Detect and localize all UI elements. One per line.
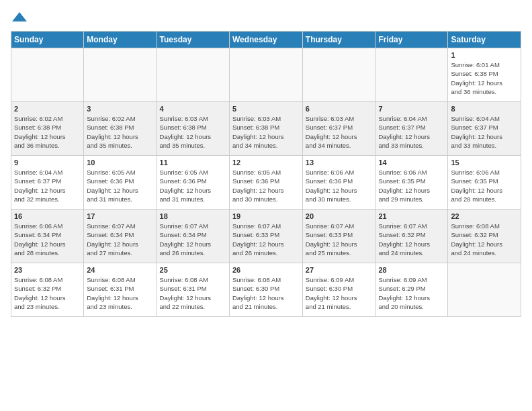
day-number: 17 [87,212,153,220]
day-number: 14 [378,158,445,167]
day-number: 20 [306,212,373,220]
calendar-cell: 4Sunrise: 6:03 AM Sunset: 6:38 PM Daylig… [157,102,229,156]
day-info: Sunrise: 6:08 AM Sunset: 6:32 PM Dayligh… [451,222,518,257]
calendar-cell: 8Sunrise: 6:04 AM Sunset: 6:37 PM Daylig… [448,102,521,156]
day-number: 22 [451,212,518,220]
day-info: Sunrise: 6:05 AM Sunset: 6:36 PM Dayligh… [232,168,300,203]
day-number: 27 [306,266,373,274]
day-info: Sunrise: 6:06 AM Sunset: 6:36 PM Dayligh… [306,168,373,203]
day-info: Sunrise: 6:08 AM Sunset: 6:31 PM Dayligh… [160,275,226,311]
day-number: 16 [14,212,81,220]
day-info: Sunrise: 6:04 AM Sunset: 6:37 PM Dayligh… [451,114,518,150]
calendar-cell: 20Sunrise: 6:07 AM Sunset: 6:33 PM Dayli… [302,210,375,263]
weekday-header-friday: Friday [375,32,448,48]
calendar-cell: 2Sunrise: 6:02 AM Sunset: 6:38 PM Daylig… [11,102,84,156]
calendar-cell [302,48,375,102]
day-info: Sunrise: 6:09 AM Sunset: 6:29 PM Dayligh… [378,275,445,311]
calendar-cell: 22Sunrise: 6:08 AM Sunset: 6:32 PM Dayli… [448,210,521,263]
day-number: 7 [378,105,445,113]
calendar-cell [11,48,84,102]
calendar-cell: 15Sunrise: 6:06 AM Sunset: 6:35 PM Dayli… [448,156,521,210]
calendar-cell: 1Sunrise: 6:01 AM Sunset: 6:38 PM Daylig… [448,48,521,102]
calendar-cell: 12Sunrise: 6:05 AM Sunset: 6:36 PM Dayli… [229,156,302,210]
day-number: 26 [232,266,300,274]
weekday-header-wednesday: Wednesday [229,32,302,48]
day-number: 13 [306,158,373,167]
weekday-header-saturday: Saturday [448,32,521,48]
day-info: Sunrise: 6:07 AM Sunset: 6:34 PM Dayligh… [160,222,226,257]
day-number: 18 [160,212,226,220]
day-info: Sunrise: 6:09 AM Sunset: 6:30 PM Dayligh… [306,275,373,311]
logo [11,11,27,23]
calendar-cell: 11Sunrise: 6:05 AM Sunset: 6:36 PM Dayli… [157,156,229,210]
day-number: 25 [160,266,226,274]
day-info: Sunrise: 6:07 AM Sunset: 6:33 PM Dayligh… [232,222,300,257]
day-info: Sunrise: 6:04 AM Sunset: 6:37 PM Dayligh… [14,168,81,203]
calendar-cell: 25Sunrise: 6:08 AM Sunset: 6:31 PM Dayli… [157,263,229,317]
day-number: 10 [87,158,153,167]
calendar-cell: 6Sunrise: 6:03 AM Sunset: 6:37 PM Daylig… [302,102,375,156]
calendar-cell: 27Sunrise: 6:09 AM Sunset: 6:30 PM Dayli… [302,263,375,317]
day-number: 12 [232,158,300,167]
calendar-cell [157,48,229,102]
day-info: Sunrise: 6:06 AM Sunset: 6:35 PM Dayligh… [451,168,518,203]
day-info: Sunrise: 6:08 AM Sunset: 6:32 PM Dayligh… [14,275,81,311]
day-number: 6 [306,105,373,113]
day-number: 28 [378,266,445,274]
day-info: Sunrise: 6:02 AM Sunset: 6:38 PM Dayligh… [87,114,153,150]
weekday-header-sunday: Sunday [11,32,84,48]
calendar-cell [448,263,521,317]
calendar-cell: 7Sunrise: 6:04 AM Sunset: 6:37 PM Daylig… [375,102,448,156]
day-info: Sunrise: 6:04 AM Sunset: 6:37 PM Dayligh… [378,114,445,150]
day-number: 21 [378,212,445,220]
calendar-cell [375,48,448,102]
day-info: Sunrise: 6:07 AM Sunset: 6:33 PM Dayligh… [306,222,373,257]
calendar-cell: 16Sunrise: 6:06 AM Sunset: 6:34 PM Dayli… [11,210,84,263]
day-info: Sunrise: 6:03 AM Sunset: 6:38 PM Dayligh… [232,114,300,150]
day-info: Sunrise: 6:05 AM Sunset: 6:36 PM Dayligh… [160,168,226,203]
day-info: Sunrise: 6:08 AM Sunset: 6:30 PM Dayligh… [232,275,300,311]
day-number: 5 [232,105,300,113]
day-info: Sunrise: 6:07 AM Sunset: 6:32 PM Dayligh… [378,222,445,257]
weekday-header-tuesday: Tuesday [157,32,229,48]
calendar-cell: 3Sunrise: 6:02 AM Sunset: 6:38 PM Daylig… [84,102,157,156]
weekday-header-monday: Monday [84,32,157,48]
calendar-cell: 28Sunrise: 6:09 AM Sunset: 6:29 PM Dayli… [375,263,448,317]
calendar-cell [84,48,157,102]
calendar-cell: 5Sunrise: 6:03 AM Sunset: 6:38 PM Daylig… [229,102,302,156]
calendar-cell: 26Sunrise: 6:08 AM Sunset: 6:30 PM Dayli… [229,263,302,317]
calendar-cell: 9Sunrise: 6:04 AM Sunset: 6:37 PM Daylig… [11,156,84,210]
day-info: Sunrise: 6:03 AM Sunset: 6:37 PM Dayligh… [306,114,373,150]
day-number: 9 [14,158,81,167]
logo-icon [12,11,27,23]
day-number: 8 [451,105,518,113]
calendar-cell: 21Sunrise: 6:07 AM Sunset: 6:32 PM Dayli… [375,210,448,263]
calendar-cell: 14Sunrise: 6:06 AM Sunset: 6:35 PM Dayli… [375,156,448,210]
day-info: Sunrise: 6:03 AM Sunset: 6:38 PM Dayligh… [160,114,226,150]
weekday-header-thursday: Thursday [302,32,375,48]
calendar-cell: 24Sunrise: 6:08 AM Sunset: 6:31 PM Dayli… [84,263,157,317]
day-number: 2 [14,105,81,113]
calendar-cell: 10Sunrise: 6:05 AM Sunset: 6:36 PM Dayli… [84,156,157,210]
calendar-cell: 17Sunrise: 6:07 AM Sunset: 6:34 PM Dayli… [84,210,157,263]
day-info: Sunrise: 6:01 AM Sunset: 6:38 PM Dayligh… [451,60,518,96]
day-number: 23 [14,266,81,274]
calendar-table: SundayMondayTuesdayWednesdayThursdayFrid… [11,31,521,317]
day-number: 3 [87,105,153,113]
day-info: Sunrise: 6:08 AM Sunset: 6:31 PM Dayligh… [87,275,153,311]
day-info: Sunrise: 6:06 AM Sunset: 6:34 PM Dayligh… [14,222,81,257]
calendar-cell: 23Sunrise: 6:08 AM Sunset: 6:32 PM Dayli… [11,263,84,317]
calendar-cell: 19Sunrise: 6:07 AM Sunset: 6:33 PM Dayli… [229,210,302,263]
day-info: Sunrise: 6:07 AM Sunset: 6:34 PM Dayligh… [87,222,153,257]
calendar-cell: 13Sunrise: 6:06 AM Sunset: 6:36 PM Dayli… [302,156,375,210]
day-info: Sunrise: 6:06 AM Sunset: 6:35 PM Dayligh… [378,168,445,203]
calendar-cell: 18Sunrise: 6:07 AM Sunset: 6:34 PM Dayli… [157,210,229,263]
svg-marker-0 [12,12,27,21]
calendar-cell [229,48,302,102]
day-number: 4 [160,105,226,113]
day-number: 11 [160,158,226,167]
day-number: 19 [232,212,300,220]
day-number: 24 [87,266,153,274]
day-info: Sunrise: 6:05 AM Sunset: 6:36 PM Dayligh… [87,168,153,203]
day-number: 15 [451,158,518,167]
